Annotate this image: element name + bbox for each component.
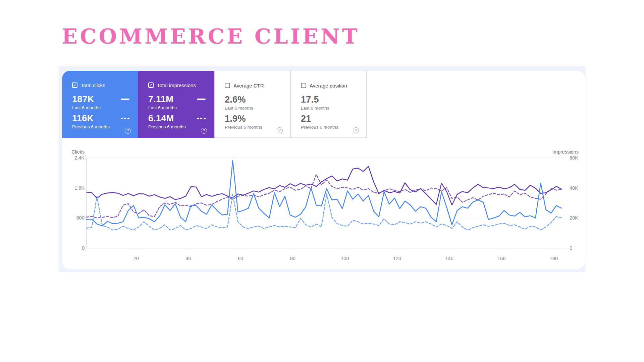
svg-text:60K: 60K xyxy=(570,155,578,161)
svg-text:20K: 20K xyxy=(570,215,578,221)
svg-text:40K: 40K xyxy=(570,185,578,191)
svg-text:0: 0 xyxy=(82,245,85,251)
performance-card: ✓ Total clicks 187K Last 6 months 116K P… xyxy=(62,71,585,269)
svg-text:2.4K: 2.4K xyxy=(74,155,85,161)
svg-text:20: 20 xyxy=(133,256,139,261)
page-title: ECOMMERCE CLIENT xyxy=(62,24,360,49)
svg-text:1.6K: 1.6K xyxy=(74,185,85,191)
series-clicks-previous xyxy=(87,194,561,230)
right-axis-title: Impressions xyxy=(552,149,579,155)
svg-text:80: 80 xyxy=(290,256,296,261)
series-clicks-current xyxy=(87,161,561,226)
report-panel: ✓ Total clicks 187K Last 6 months 116K P… xyxy=(59,66,585,272)
svg-text:40: 40 xyxy=(185,256,191,261)
left-axis-title: Clicks xyxy=(71,149,85,155)
svg-text:800: 800 xyxy=(76,215,85,221)
svg-text:100: 100 xyxy=(341,256,349,261)
series-impressions-current xyxy=(87,166,561,205)
svg-text:60: 60 xyxy=(238,256,243,261)
performance-chart[interactable]: ClicksImpressions08001.6K2.4K020K40K60K2… xyxy=(62,71,585,269)
svg-text:0: 0 xyxy=(570,245,572,251)
svg-text:180: 180 xyxy=(550,256,558,261)
svg-text:160: 160 xyxy=(497,256,505,261)
page: ECOMMERCE CLIENT ✓ Total clicks 187K Las… xyxy=(0,0,644,362)
svg-text:140: 140 xyxy=(445,256,453,261)
svg-text:120: 120 xyxy=(393,256,401,261)
